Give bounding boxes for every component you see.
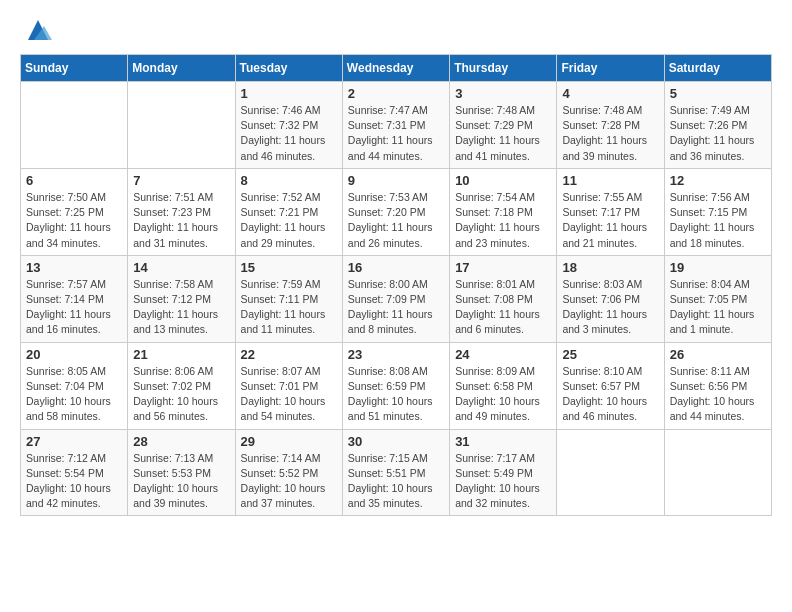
day-number: 15 [241, 260, 337, 275]
calendar-body: 1Sunrise: 7:46 AM Sunset: 7:32 PM Daylig… [21, 82, 772, 516]
day-detail: Sunrise: 7:47 AM Sunset: 7:31 PM Dayligh… [348, 103, 444, 164]
weekday-header-friday: Friday [557, 55, 664, 82]
day-detail: Sunrise: 8:05 AM Sunset: 7:04 PM Dayligh… [26, 364, 122, 425]
calendar-cell: 23Sunrise: 8:08 AM Sunset: 6:59 PM Dayli… [342, 342, 449, 429]
day-detail: Sunrise: 7:58 AM Sunset: 7:12 PM Dayligh… [133, 277, 229, 338]
calendar-cell: 18Sunrise: 8:03 AM Sunset: 7:06 PM Dayli… [557, 255, 664, 342]
calendar-cell: 2Sunrise: 7:47 AM Sunset: 7:31 PM Daylig… [342, 82, 449, 169]
day-number: 28 [133, 434, 229, 449]
weekday-row: SundayMondayTuesdayWednesdayThursdayFrid… [21, 55, 772, 82]
calendar-cell: 19Sunrise: 8:04 AM Sunset: 7:05 PM Dayli… [664, 255, 771, 342]
calendar-cell [664, 429, 771, 516]
calendar-cell: 10Sunrise: 7:54 AM Sunset: 7:18 PM Dayli… [450, 168, 557, 255]
day-detail: Sunrise: 7:13 AM Sunset: 5:53 PM Dayligh… [133, 451, 229, 512]
day-number: 29 [241, 434, 337, 449]
day-detail: Sunrise: 7:52 AM Sunset: 7:21 PM Dayligh… [241, 190, 337, 251]
day-detail: Sunrise: 8:03 AM Sunset: 7:06 PM Dayligh… [562, 277, 658, 338]
calendar-cell: 29Sunrise: 7:14 AM Sunset: 5:52 PM Dayli… [235, 429, 342, 516]
calendar-cell: 31Sunrise: 7:17 AM Sunset: 5:49 PM Dayli… [450, 429, 557, 516]
day-detail: Sunrise: 7:51 AM Sunset: 7:23 PM Dayligh… [133, 190, 229, 251]
day-detail: Sunrise: 7:50 AM Sunset: 7:25 PM Dayligh… [26, 190, 122, 251]
calendar-cell: 4Sunrise: 7:48 AM Sunset: 7:28 PM Daylig… [557, 82, 664, 169]
day-number: 4 [562, 86, 658, 101]
calendar-header: SundayMondayTuesdayWednesdayThursdayFrid… [21, 55, 772, 82]
calendar-cell: 16Sunrise: 8:00 AM Sunset: 7:09 PM Dayli… [342, 255, 449, 342]
day-number: 5 [670, 86, 766, 101]
calendar-cell: 5Sunrise: 7:49 AM Sunset: 7:26 PM Daylig… [664, 82, 771, 169]
day-number: 2 [348, 86, 444, 101]
day-number: 26 [670, 347, 766, 362]
day-number: 14 [133, 260, 229, 275]
day-detail: Sunrise: 7:17 AM Sunset: 5:49 PM Dayligh… [455, 451, 551, 512]
calendar: SundayMondayTuesdayWednesdayThursdayFrid… [20, 54, 772, 516]
day-number: 21 [133, 347, 229, 362]
day-detail: Sunrise: 8:01 AM Sunset: 7:08 PM Dayligh… [455, 277, 551, 338]
day-number: 10 [455, 173, 551, 188]
day-number: 23 [348, 347, 444, 362]
calendar-cell: 24Sunrise: 8:09 AM Sunset: 6:58 PM Dayli… [450, 342, 557, 429]
weekday-header-tuesday: Tuesday [235, 55, 342, 82]
day-detail: Sunrise: 7:54 AM Sunset: 7:18 PM Dayligh… [455, 190, 551, 251]
day-number: 18 [562, 260, 658, 275]
calendar-cell: 28Sunrise: 7:13 AM Sunset: 5:53 PM Dayli… [128, 429, 235, 516]
calendar-cell: 7Sunrise: 7:51 AM Sunset: 7:23 PM Daylig… [128, 168, 235, 255]
day-number: 20 [26, 347, 122, 362]
day-number: 1 [241, 86, 337, 101]
weekday-header-sunday: Sunday [21, 55, 128, 82]
page: SundayMondayTuesdayWednesdayThursdayFrid… [0, 0, 792, 612]
calendar-cell: 20Sunrise: 8:05 AM Sunset: 7:04 PM Dayli… [21, 342, 128, 429]
calendar-week-3: 13Sunrise: 7:57 AM Sunset: 7:14 PM Dayli… [21, 255, 772, 342]
header [20, 16, 772, 44]
day-detail: Sunrise: 8:10 AM Sunset: 6:57 PM Dayligh… [562, 364, 658, 425]
calendar-week-2: 6Sunrise: 7:50 AM Sunset: 7:25 PM Daylig… [21, 168, 772, 255]
day-number: 27 [26, 434, 122, 449]
calendar-week-1: 1Sunrise: 7:46 AM Sunset: 7:32 PM Daylig… [21, 82, 772, 169]
day-number: 22 [241, 347, 337, 362]
day-detail: Sunrise: 7:56 AM Sunset: 7:15 PM Dayligh… [670, 190, 766, 251]
day-detail: Sunrise: 7:48 AM Sunset: 7:29 PM Dayligh… [455, 103, 551, 164]
day-detail: Sunrise: 7:53 AM Sunset: 7:20 PM Dayligh… [348, 190, 444, 251]
logo-icon [24, 16, 52, 44]
day-detail: Sunrise: 7:12 AM Sunset: 5:54 PM Dayligh… [26, 451, 122, 512]
calendar-cell [21, 82, 128, 169]
calendar-cell [128, 82, 235, 169]
weekday-header-monday: Monday [128, 55, 235, 82]
day-detail: Sunrise: 8:07 AM Sunset: 7:01 PM Dayligh… [241, 364, 337, 425]
calendar-cell: 12Sunrise: 7:56 AM Sunset: 7:15 PM Dayli… [664, 168, 771, 255]
day-number: 3 [455, 86, 551, 101]
day-detail: Sunrise: 7:57 AM Sunset: 7:14 PM Dayligh… [26, 277, 122, 338]
calendar-week-4: 20Sunrise: 8:05 AM Sunset: 7:04 PM Dayli… [21, 342, 772, 429]
calendar-cell: 25Sunrise: 8:10 AM Sunset: 6:57 PM Dayli… [557, 342, 664, 429]
day-number: 9 [348, 173, 444, 188]
calendar-cell: 13Sunrise: 7:57 AM Sunset: 7:14 PM Dayli… [21, 255, 128, 342]
day-detail: Sunrise: 7:46 AM Sunset: 7:32 PM Dayligh… [241, 103, 337, 164]
day-number: 6 [26, 173, 122, 188]
day-number: 25 [562, 347, 658, 362]
day-detail: Sunrise: 8:09 AM Sunset: 6:58 PM Dayligh… [455, 364, 551, 425]
calendar-cell: 3Sunrise: 7:48 AM Sunset: 7:29 PM Daylig… [450, 82, 557, 169]
weekday-header-saturday: Saturday [664, 55, 771, 82]
day-detail: Sunrise: 7:15 AM Sunset: 5:51 PM Dayligh… [348, 451, 444, 512]
day-number: 24 [455, 347, 551, 362]
day-detail: Sunrise: 7:14 AM Sunset: 5:52 PM Dayligh… [241, 451, 337, 512]
calendar-cell: 17Sunrise: 8:01 AM Sunset: 7:08 PM Dayli… [450, 255, 557, 342]
calendar-cell: 27Sunrise: 7:12 AM Sunset: 5:54 PM Dayli… [21, 429, 128, 516]
day-detail: Sunrise: 7:49 AM Sunset: 7:26 PM Dayligh… [670, 103, 766, 164]
day-detail: Sunrise: 7:48 AM Sunset: 7:28 PM Dayligh… [562, 103, 658, 164]
day-number: 16 [348, 260, 444, 275]
day-number: 12 [670, 173, 766, 188]
weekday-header-wednesday: Wednesday [342, 55, 449, 82]
day-number: 7 [133, 173, 229, 188]
day-detail: Sunrise: 8:11 AM Sunset: 6:56 PM Dayligh… [670, 364, 766, 425]
calendar-cell: 9Sunrise: 7:53 AM Sunset: 7:20 PM Daylig… [342, 168, 449, 255]
day-number: 13 [26, 260, 122, 275]
weekday-header-thursday: Thursday [450, 55, 557, 82]
calendar-cell: 8Sunrise: 7:52 AM Sunset: 7:21 PM Daylig… [235, 168, 342, 255]
calendar-cell: 15Sunrise: 7:59 AM Sunset: 7:11 PM Dayli… [235, 255, 342, 342]
day-detail: Sunrise: 8:00 AM Sunset: 7:09 PM Dayligh… [348, 277, 444, 338]
day-number: 30 [348, 434, 444, 449]
day-detail: Sunrise: 8:08 AM Sunset: 6:59 PM Dayligh… [348, 364, 444, 425]
calendar-cell: 21Sunrise: 8:06 AM Sunset: 7:02 PM Dayli… [128, 342, 235, 429]
day-number: 11 [562, 173, 658, 188]
calendar-cell: 1Sunrise: 7:46 AM Sunset: 7:32 PM Daylig… [235, 82, 342, 169]
